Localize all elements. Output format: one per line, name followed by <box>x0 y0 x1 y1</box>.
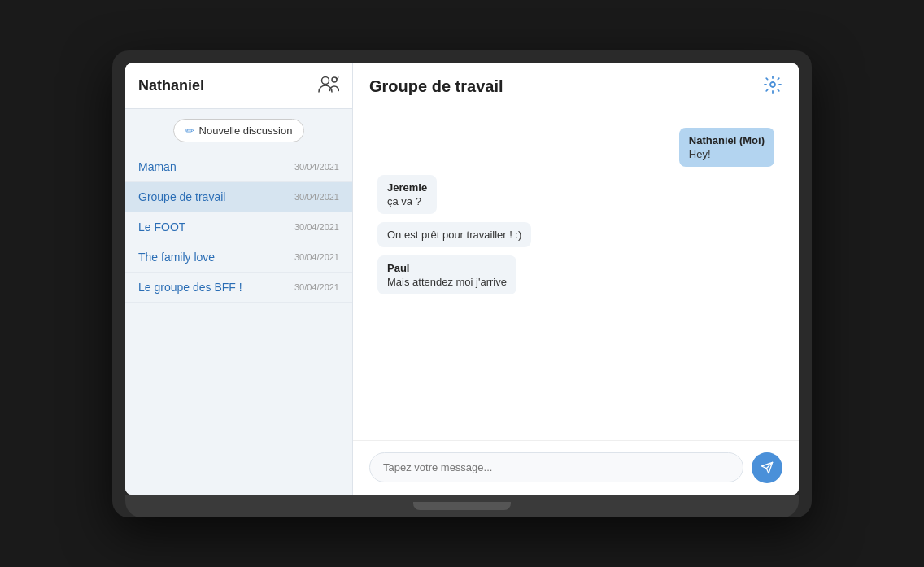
svg-point-2 <box>770 82 775 87</box>
message-paul: Paul Mais attendez moi j'arrive <box>377 255 516 294</box>
conversation-name: Groupe de travail <box>138 190 225 203</box>
conversation-date: 30/04/2021 <box>294 252 339 262</box>
conversation-date: 30/04/2021 <box>294 222 339 232</box>
new-discussion-button[interactable]: ✏ Nouvelle discussion <box>173 119 305 142</box>
message-input[interactable] <box>369 452 743 482</box>
sidebar: Nathaniel ✏ Nouvelle discussion <box>125 63 353 495</box>
send-button[interactable] <box>752 452 782 483</box>
message-self: Nathaniel (Moi) Hey! <box>679 128 774 167</box>
conversation-name: Le FOOT <box>138 220 185 233</box>
new-discussion-label: Nouvelle discussion <box>199 124 293 137</box>
conversation-item-family-love[interactable]: The family love 30/04/2021 <box>125 242 352 273</box>
sidebar-header: Nathaniel <box>125 63 352 109</box>
chat-title: Groupe de travail <box>369 77 503 96</box>
message-jeremie: Jeremie ça va ? <box>377 175 437 214</box>
message-text: On est prêt pour travailler ! :) <box>387 229 521 241</box>
conversation-item-bff[interactable]: Le groupe des BFF ! 30/04/2021 <box>125 273 352 303</box>
chat-header: Groupe de travail <box>353 63 799 111</box>
conversation-date: 30/04/2021 <box>294 162 339 172</box>
message-sender: Jeremie <box>387 181 427 194</box>
sidebar-username: Nathaniel <box>138 77 204 94</box>
messages-area: Nathaniel (Moi) Hey! Jeremie ça va ? On … <box>353 111 799 440</box>
message-plain: On est prêt pour travailler ! :) <box>377 222 531 247</box>
message-sender: Paul <box>387 262 507 274</box>
message-text: Hey! <box>689 148 765 160</box>
chat-main: Groupe de travail Nathaniel (Moi) Hey! J… <box>353 63 799 495</box>
message-text: ça va ? <box>387 195 427 207</box>
conversation-list: Maman 30/04/2021 Groupe de travail 30/04… <box>125 152 352 495</box>
chat-input-area <box>353 440 799 495</box>
conversation-item-foot[interactable]: Le FOOT 30/04/2021 <box>125 212 352 242</box>
message-text: Mais attendez moi j'arrive <box>387 276 507 288</box>
conversation-name: Maman <box>138 160 177 173</box>
conversation-date: 30/04/2021 <box>294 192 339 202</box>
conversation-name: The family love <box>138 251 215 264</box>
edit-icon: ✏ <box>185 124 194 137</box>
svg-point-0 <box>322 76 329 84</box>
message-sender: Nathaniel (Moi) <box>689 134 765 146</box>
conversation-item-groupe-travail[interactable]: Groupe de travail 30/04/2021 <box>125 182 352 212</box>
conversation-item-maman[interactable]: Maman 30/04/2021 <box>125 152 352 182</box>
manage-users-icon[interactable] <box>318 75 339 97</box>
conversation-name: Le groupe des BFF ! <box>138 281 242 294</box>
conversation-date: 30/04/2021 <box>294 282 339 292</box>
settings-icon[interactable] <box>763 75 782 99</box>
